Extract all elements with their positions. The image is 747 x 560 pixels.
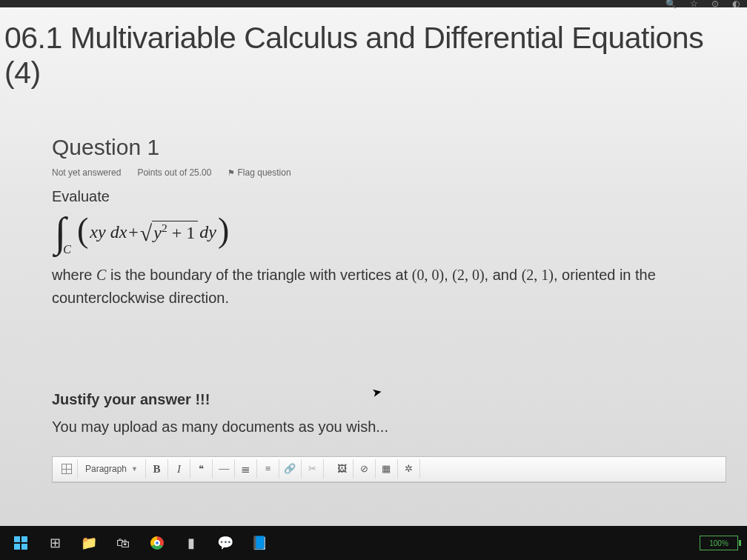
paragraph-dropdown[interactable]: Paragraph▼ [78, 459, 146, 479]
extension-icon[interactable]: ⊙ [711, 0, 719, 9]
image-button[interactable]: 🖼 [331, 459, 353, 479]
prompt-evaluate: Evaluate [52, 188, 725, 205]
sqrt-plus1: + 1 [167, 223, 196, 242]
battery-level: 100% [709, 539, 728, 547]
sqrt-symbol: √ [140, 222, 152, 244]
question-block: Question 1 Not yet answered Points out o… [52, 135, 725, 483]
battery-indicator[interactable]: 100% [700, 536, 738, 550]
upload-note: You may upload as many documents as you … [52, 419, 725, 436]
question-body: where C is the boundary of the triangle … [52, 264, 725, 310]
ol-icon: ≡ [265, 463, 270, 475]
media-button[interactable]: ▦ [376, 459, 398, 479]
plus: + [128, 222, 139, 242]
sep1: , [444, 267, 452, 283]
start-button[interactable] [4, 528, 37, 558]
vertex-1: (0, 0) [412, 267, 444, 283]
toolbar-grid-button[interactable] [56, 459, 78, 479]
chevron-down-icon: ▼ [131, 465, 138, 473]
star-icon[interactable]: ☆ [690, 0, 698, 9]
flag-question-link[interactable]: Flag question [228, 167, 290, 178]
noformat-button[interactable]: ⊘ [353, 459, 376, 479]
explorer-icon[interactable]: 📁 [73, 528, 105, 558]
term-dy: dy [199, 222, 216, 242]
bold-button[interactable]: B [146, 459, 168, 479]
question-heading: Question 1 [52, 135, 725, 160]
link-button[interactable]: 🔗 [279, 459, 302, 479]
term-xy-dx: xy dx [90, 222, 127, 242]
editor-toolbar: Paragraph▼ B I ≡ 🔗 ✂ 🖼 ⊘ ▦ ✲ [53, 457, 726, 482]
question-meta: Not yet answered Points out of 25.00 Fla… [52, 167, 725, 178]
sqrt-term: √ y2 + 1 [140, 221, 198, 243]
sep2: , and [485, 267, 522, 283]
more-button[interactable]: ✲ [398, 459, 420, 479]
vertex-2: (2, 0) [452, 267, 484, 283]
status-text: Not yet answered [52, 167, 121, 178]
blockquote-button[interactable] [190, 459, 213, 479]
task-view-button[interactable]: ⊞ [39, 528, 71, 558]
sqrt-exp: 2 [162, 221, 167, 234]
unlink-button[interactable]: ✂ [302, 459, 324, 479]
paragraph-label: Paragraph [85, 464, 127, 474]
page-title: 06.1 Multivariable Calculus and Differen… [4, 21, 740, 90]
sqrt-argument: y2 + 1 [152, 221, 198, 243]
app-icon-2[interactable]: 💬 [209, 528, 242, 558]
windows-logo-icon [14, 536, 27, 550]
sqrt-y: y [153, 223, 162, 242]
page-content: 06.1 Multivariable Calculus and Differen… [0, 7, 747, 526]
where-mid: is the boundary of the triangle with ver… [106, 267, 411, 283]
hr-button[interactable] [213, 459, 235, 479]
browser-top-bar: 🔍 ☆ ⊙ ◐ [0, 0, 747, 7]
vertex-3: (2, 1) [522, 267, 554, 283]
where-pre: where [52, 267, 96, 283]
grid-icon [62, 464, 72, 474]
justify-heading: Justify your answer !!! [52, 391, 725, 408]
integral-subscript: C [63, 243, 71, 256]
points-text: Points out of 25.00 [137, 167, 211, 178]
search-icon[interactable]: 🔍 [665, 0, 677, 9]
unordered-list-button[interactable] [235, 459, 257, 479]
ordered-list-button[interactable]: ≡ [257, 459, 279, 479]
windows-taskbar[interactable]: ⊞ 📁 🛍 ▮ 💬 📘 100% [0, 526, 747, 560]
math-integral: ∫ C ( xy dx + √ y2 + 1 dy ) [55, 216, 725, 249]
chrome-icon[interactable] [141, 528, 173, 558]
rich-text-editor[interactable]: Paragraph▼ B I ≡ 🔗 ✂ 🖼 ⊘ ▦ ✲ [52, 456, 726, 483]
where-c: C [96, 267, 106, 283]
profile-icon[interactable]: ◐ [732, 0, 740, 9]
italic-button[interactable]: I [168, 459, 190, 479]
app-icon-3[interactable]: 📘 [243, 528, 276, 558]
store-icon[interactable]: 🛍 [107, 528, 139, 558]
app-icon-1[interactable]: ▮ [175, 528, 208, 558]
